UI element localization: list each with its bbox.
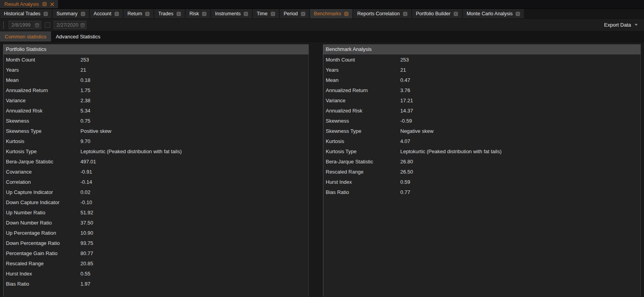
popout-icon[interactable] xyxy=(81,12,85,16)
tab-label: Portfolio Builder xyxy=(416,11,451,16)
stat-row: Mean 0.18 xyxy=(4,75,308,85)
stat-row: Skewness -0.59 xyxy=(323,116,640,126)
tab-time[interactable]: Time xyxy=(253,9,279,18)
stat-value: -0.91 xyxy=(80,169,92,175)
stat-label: Up Percentage Ration xyxy=(4,230,80,236)
stat-value: Positive skew xyxy=(80,128,111,134)
stat-label: Years xyxy=(4,67,80,73)
stat-row: Annualized Risk 5.34 xyxy=(4,105,308,116)
stat-label: Up Capture Indicator xyxy=(4,189,80,195)
stat-value: 1.75 xyxy=(80,87,90,93)
popout-icon[interactable] xyxy=(344,12,348,16)
stat-label: Correlation xyxy=(4,179,80,185)
subtab-advanced-statistics[interactable]: Advanced Statistics xyxy=(51,31,105,42)
stat-value: 20.85 xyxy=(80,261,93,266)
stat-label: Variance xyxy=(4,98,80,103)
stat-label: Up Number Ratio xyxy=(4,210,80,216)
tab-risk[interactable]: Risk xyxy=(186,9,210,18)
stat-label: Rescaled Range xyxy=(4,261,80,266)
popout-icon[interactable] xyxy=(44,12,48,16)
popout-icon[interactable] xyxy=(516,12,520,16)
calendar-icon[interactable] xyxy=(35,23,39,27)
tab-historical-trades[interactable]: Historical Trades xyxy=(0,9,52,18)
portfolio-statistics-panel: Portfolio Statistics Month Count 253 Yea… xyxy=(3,44,309,297)
stat-value: 10.90 xyxy=(80,230,93,236)
popout-icon[interactable] xyxy=(145,12,150,16)
stat-row: Down Number Ratio 37.50 xyxy=(4,217,308,228)
document-tab-strip: Result Analysis xyxy=(0,0,644,9)
tab-portfolio-builder[interactable]: Portfolio Builder xyxy=(412,9,462,18)
stat-row: Bera-Jarque Statistic 497.01 xyxy=(4,156,308,167)
stat-row: Correlation -0.14 xyxy=(4,177,308,187)
doc-tab-label: Result Analysis xyxy=(4,1,39,7)
stat-label: Month Count xyxy=(4,57,80,63)
export-data-button[interactable]: Export Data xyxy=(604,22,644,28)
end-date-value: 2/27/2020 xyxy=(57,22,78,28)
stat-value: Leptokurtic (Peaked distribution with fa… xyxy=(400,148,502,154)
start-date-input[interactable]: 2/8/1999 xyxy=(9,21,41,29)
stat-row: Mean 0.47 xyxy=(323,75,640,85)
tab-label: Risk xyxy=(190,11,199,16)
tab-period[interactable]: Period xyxy=(280,9,309,18)
statistics-subtab-bar: Common statistics Advanced Statistics xyxy=(0,31,644,42)
stat-row: Up Capture Indicator 0.02 xyxy=(4,187,308,197)
popout-icon[interactable] xyxy=(244,12,248,16)
popout-icon[interactable] xyxy=(301,12,305,16)
tab-reports-correlation[interactable]: Reports Correlation xyxy=(353,9,411,18)
close-icon[interactable] xyxy=(50,2,54,6)
subtab-label: Common statistics xyxy=(5,34,46,40)
panel-body: Month Count 253 Years 21 Mean 0.18 Annua… xyxy=(4,54,308,289)
tab-account[interactable]: Account xyxy=(90,9,123,18)
stat-value: 26.80 xyxy=(400,159,413,165)
doc-tab-result-analysis[interactable]: Result Analysis xyxy=(0,0,58,8)
popout-icon[interactable] xyxy=(271,12,275,16)
panel-header: Portfolio Statistics xyxy=(4,44,308,54)
stat-value: 1.97 xyxy=(80,281,90,287)
stat-value: 80.77 xyxy=(80,250,93,256)
stat-label: Hurst Index xyxy=(323,179,400,185)
calendar-icon[interactable] xyxy=(80,23,85,27)
tab-trades[interactable]: Trades xyxy=(154,9,184,18)
tab-summary[interactable]: Summary xyxy=(53,9,89,18)
popout-icon[interactable] xyxy=(454,12,458,16)
stat-row: Rescaled Range 20.85 xyxy=(4,258,308,268)
stat-row: Kurtosis 4.07 xyxy=(323,136,640,146)
stat-value: -0.10 xyxy=(80,199,92,205)
popout-icon[interactable] xyxy=(177,12,181,16)
tab-instruments[interactable]: Instruments xyxy=(211,9,252,18)
popout-icon[interactable] xyxy=(115,12,119,16)
stat-value: 0.18 xyxy=(80,77,90,83)
tab-label: Summary xyxy=(57,11,77,16)
stat-value: 51.92 xyxy=(80,210,93,216)
popout-icon[interactable] xyxy=(42,2,47,6)
tab-label: Historical Trades xyxy=(4,11,40,16)
subtab-common-statistics[interactable]: Common statistics xyxy=(0,31,51,42)
stat-label: Kurtosis Type xyxy=(4,148,80,154)
popout-icon[interactable] xyxy=(202,12,206,16)
end-date-input[interactable]: 2/27/2020 xyxy=(54,21,86,29)
stat-value: 497.01 xyxy=(80,159,96,165)
panel-header: Benchmark Analysis xyxy=(323,44,640,54)
stat-label: Hurst Index xyxy=(4,271,80,277)
tab-benchmarks[interactable]: Benchmarks xyxy=(310,9,352,18)
stat-row: Rescaled Range 26.50 xyxy=(323,167,640,177)
stat-row: Bias Ratio 1.97 xyxy=(4,279,308,289)
stat-label: Years xyxy=(323,67,400,73)
tab-label: Monte Carlo Analysis xyxy=(467,11,513,16)
toolbar-drag-handle[interactable] xyxy=(3,22,4,29)
stat-label: Kurtosis xyxy=(323,138,400,144)
stat-value: 37.50 xyxy=(80,220,93,226)
tab-label: Account xyxy=(94,11,111,16)
tab-label: Return xyxy=(128,11,142,16)
stat-label: Annualized Risk xyxy=(4,108,80,114)
popout-icon[interactable] xyxy=(403,12,407,16)
stat-label: Bera-Jarque Statistic xyxy=(4,159,80,165)
stat-label: Bera-Jarque Statistic xyxy=(323,159,400,165)
chevron-down-icon xyxy=(635,24,638,26)
stat-label: Bias Ratio xyxy=(323,189,400,195)
tab-return[interactable]: Return xyxy=(124,9,154,18)
date-range-checkbox[interactable] xyxy=(45,22,50,28)
export-data-label: Export Data xyxy=(604,22,631,28)
tab-monte-carlo-analysis[interactable]: Monte Carlo Analysis xyxy=(463,9,524,18)
toolbar: 2/8/1999 2/27/2020 Export Data xyxy=(0,19,644,31)
